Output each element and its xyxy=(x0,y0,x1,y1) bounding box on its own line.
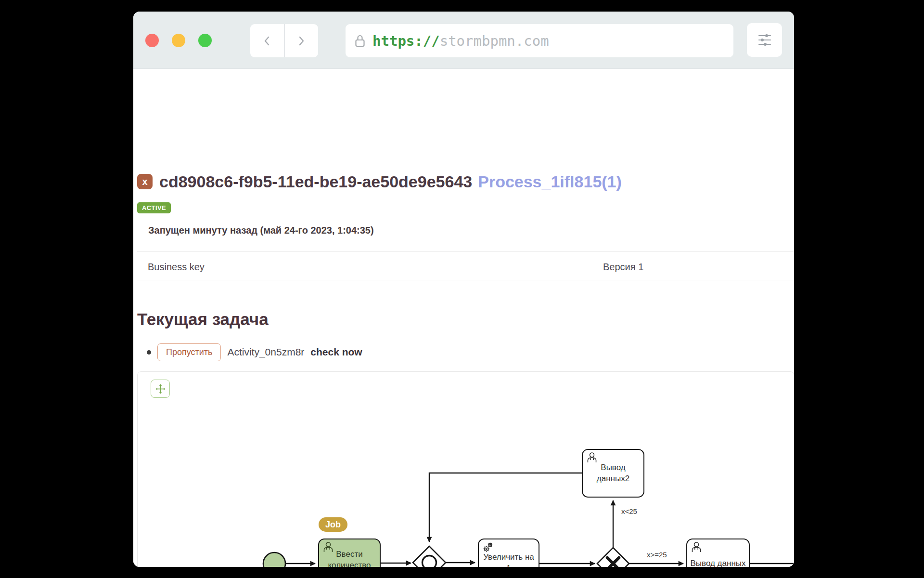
process-name-link[interactable]: Process_1ifl815(1) xyxy=(478,172,622,191)
user-task-icon xyxy=(586,452,598,464)
bullet-dot xyxy=(147,350,151,355)
forward-button[interactable] xyxy=(285,24,319,57)
move-icon xyxy=(155,384,166,394)
divider xyxy=(137,280,794,280)
url-text: https://stormbpmn.com xyxy=(372,33,549,49)
page-content: x cd8908c6-f9b5-11ed-be19-ae50de9e5643 P… xyxy=(133,69,794,567)
service-task-icon xyxy=(482,541,494,554)
task-label: Вывод данных2 xyxy=(585,462,641,485)
nav-button-group xyxy=(250,24,318,57)
business-key-label: Business key xyxy=(148,262,205,273)
task-increment[interactable]: Увеличить на 1 xyxy=(478,539,539,567)
browser-window: https://stormbpmn.com x xyxy=(133,12,794,567)
sliders-icon xyxy=(757,33,772,47)
exclusive-gateway[interactable] xyxy=(597,548,629,567)
meta-row: Business key Версия 1 xyxy=(133,258,794,280)
user-task-icon xyxy=(690,541,703,554)
inclusive-gateway[interactable] xyxy=(413,546,446,567)
url-bar[interactable]: https://stormbpmn.com xyxy=(346,24,733,57)
start-event[interactable] xyxy=(263,552,285,567)
browser-toolbar: https://stormbpmn.com xyxy=(133,12,794,69)
browser-settings-button[interactable] xyxy=(747,23,782,57)
task-output[interactable]: Вывод данных xyxy=(686,539,750,567)
screenshot-stage: https://stormbpmn.com x xyxy=(0,0,924,578)
edge-label-x-gte-25: x>=25 xyxy=(647,551,667,559)
started-text: Запущен минуту назад (май 24-го 2023, 1:… xyxy=(148,225,374,236)
edge-label-x-lt-25: x<25 xyxy=(621,507,637,515)
chevron-left-icon xyxy=(263,35,271,47)
current-task-item: Пропустить Activity_0n5zm8r check now xyxy=(147,342,362,363)
user-task-icon xyxy=(322,541,334,554)
close-window-button[interactable] xyxy=(145,34,159,47)
bpmn-diagram-panel[interactable]: Ввести количество повторов Увеличить на … xyxy=(137,371,794,567)
task-output2[interactable]: Вывод данных2 xyxy=(582,449,644,498)
activity-id: Activity_0n5zm8r xyxy=(227,346,304,358)
divider xyxy=(137,251,794,252)
instance-title-row: x cd8908c6-f9b5-11ed-be19-ae50de9e5643 P… xyxy=(137,172,622,191)
version-label: Версия 1 xyxy=(603,262,643,273)
task-input-count[interactable]: Ввести количество повторов xyxy=(318,539,381,567)
maximize-window-button[interactable] xyxy=(198,34,212,47)
url-scheme: https:// xyxy=(372,33,440,49)
lock-icon xyxy=(354,34,366,48)
back-button[interactable] xyxy=(250,24,285,57)
url-host: stormbpmn.com xyxy=(440,33,549,49)
close-instance-badge[interactable]: x xyxy=(137,174,153,189)
activity-name: check now xyxy=(310,346,362,358)
status-badge: ACTIVE xyxy=(137,202,171,213)
task-label: Вывод данных xyxy=(690,558,746,567)
current-task-title: Текущая задача xyxy=(137,310,269,329)
task-label: Увеличить на 1 xyxy=(481,552,536,567)
instance-id: cd8908c6-f9b5-11ed-be19-ae50de9e5643 xyxy=(159,172,472,191)
chevron-right-icon xyxy=(297,35,306,47)
minimize-window-button[interactable] xyxy=(172,34,185,47)
pan-diagram-button[interactable] xyxy=(151,380,170,398)
skip-task-button[interactable]: Пропустить xyxy=(157,343,221,361)
bpmn-connectors-layer xyxy=(138,372,794,567)
job-badge[interactable]: Job xyxy=(319,517,347,532)
